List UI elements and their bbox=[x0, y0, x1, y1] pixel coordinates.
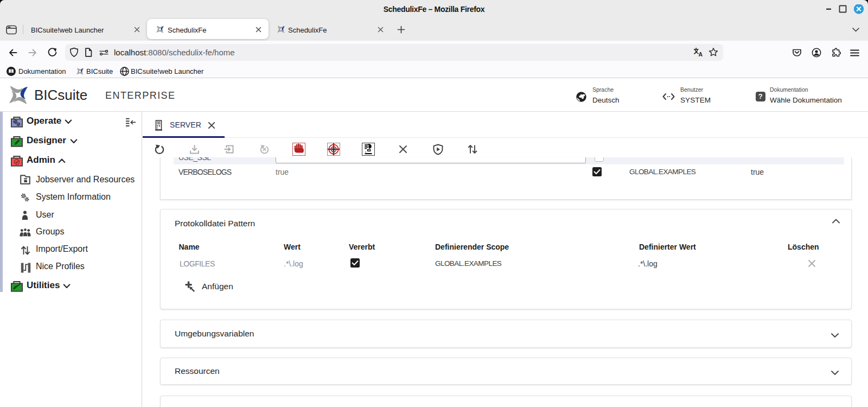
svg-text:A: A bbox=[699, 51, 703, 58]
